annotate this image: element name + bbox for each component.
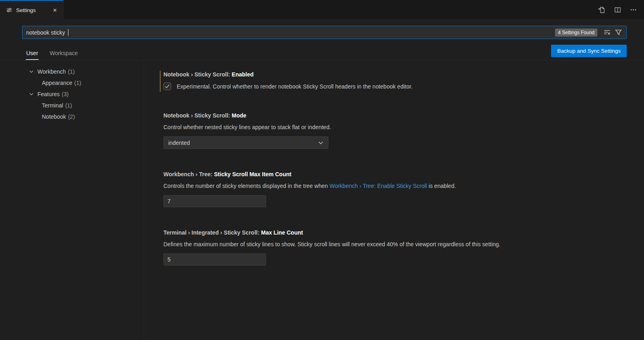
tab-title: Settings bbox=[16, 7, 48, 13]
scope-tab-user[interactable]: User bbox=[26, 48, 39, 60]
filter-funnel-icon[interactable] bbox=[613, 28, 623, 37]
toc-item-count: (1) bbox=[68, 68, 75, 75]
tab-settings[interactable]: Settings ✕ bbox=[0, 0, 64, 19]
setting-description: Defines the maximum number of sticky lin… bbox=[163, 241, 628, 248]
mode-select-dropdown[interactable]: indented bbox=[163, 136, 328, 149]
toc-item-count: (2) bbox=[68, 113, 75, 120]
max-item-count-input[interactable] bbox=[163, 195, 266, 207]
results-count-badge: 4 Settings Found bbox=[555, 29, 597, 37]
chevron-down-icon bbox=[318, 140, 324, 146]
setting-terminal-sticky-scroll-max-line-count: Terminal › Integrated › Sticky Scroll: M… bbox=[163, 229, 628, 266]
setting-title: Notebook › Sticky Scroll: Mode bbox=[163, 112, 628, 119]
setting-description: Controls the number of sticky elements d… bbox=[163, 182, 628, 190]
checkbox-checked[interactable] bbox=[163, 82, 171, 90]
setting-description: Experimental. Control whether to render … bbox=[177, 83, 413, 90]
clear-search-filters-icon[interactable] bbox=[602, 28, 612, 37]
toc-item-count: (1) bbox=[65, 102, 72, 109]
setting-tree-sticky-scroll-max-item-count: Workbench › Tree: Sticky Scroll Max Item… bbox=[163, 171, 628, 207]
toc-item-label: Workbench bbox=[37, 68, 66, 75]
editor-tab-bar: Settings ✕ bbox=[0, 0, 644, 19]
text-caret bbox=[68, 29, 68, 36]
editor-actions bbox=[598, 0, 644, 19]
open-settings-json-icon[interactable] bbox=[598, 6, 605, 14]
max-line-count-input[interactable] bbox=[163, 253, 266, 266]
setting-notebook-sticky-scroll-mode: Notebook › Sticky Scroll: Mode Control w… bbox=[163, 112, 628, 149]
backup-and-sync-settings-button[interactable]: Backup and Sync Settings bbox=[551, 45, 627, 57]
settings-body: Workbench (1) Appearance (1) Features (3… bbox=[0, 60, 644, 340]
toc-item-label: Notebook bbox=[42, 113, 66, 120]
settings-search-row: notebook sticky 4 Settings Found bbox=[0, 19, 644, 39]
settings-toc-tree: Workbench (1) Appearance (1) Features (3… bbox=[0, 60, 144, 340]
scope-tabs: User Workspace bbox=[26, 48, 78, 60]
toc-item-appearance[interactable]: Appearance (1) bbox=[0, 77, 144, 89]
toc-item-count: (1) bbox=[74, 80, 81, 86]
setting-title: Terminal › Integrated › Sticky Scroll: M… bbox=[163, 229, 628, 236]
toc-item-count: (3) bbox=[62, 91, 68, 97]
search-input-value: notebook sticky bbox=[26, 29, 66, 36]
close-icon[interactable]: ✕ bbox=[52, 6, 58, 14]
more-actions-icon[interactable] bbox=[630, 6, 637, 13]
toc-item-terminal[interactable]: Terminal (1) bbox=[0, 100, 144, 111]
setting-title: Workbench › Tree: Sticky Scroll Max Item… bbox=[163, 171, 628, 178]
setting-title: Notebook › Sticky Scroll: Enabled bbox=[163, 71, 628, 78]
toc-item-label: Terminal bbox=[42, 102, 63, 109]
setting-reference-link[interactable]: Workbench › Tree: Enable Sticky Scroll bbox=[329, 183, 427, 189]
setting-notebook-sticky-scroll-enabled: Notebook › Sticky Scroll: Enabled Experi… bbox=[163, 71, 628, 90]
toc-item-workbench[interactable]: Workbench (1) bbox=[0, 66, 144, 77]
toc-item-features[interactable]: Features (3) bbox=[0, 89, 144, 100]
settings-list: Notebook › Sticky Scroll: Enabled Experi… bbox=[144, 60, 644, 340]
toc-item-label: Features bbox=[37, 91, 60, 97]
chevron-down-icon[interactable] bbox=[28, 91, 35, 97]
chevron-down-icon[interactable] bbox=[28, 68, 35, 75]
select-value: indented bbox=[168, 140, 190, 146]
scope-tab-workspace[interactable]: Workspace bbox=[50, 48, 78, 60]
search-input[interactable]: notebook sticky 4 Settings Found bbox=[22, 26, 627, 39]
settings-sliders-icon bbox=[6, 7, 12, 13]
split-editor-icon[interactable] bbox=[614, 6, 621, 13]
setting-description: Control whether nested sticky lines appe… bbox=[163, 124, 628, 131]
toc-item-label: Appearance bbox=[42, 80, 72, 86]
toc-item-notebook[interactable]: Notebook (2) bbox=[0, 111, 144, 122]
settings-header-row: User Workspace Backup and Sync Settings bbox=[0, 45, 644, 60]
